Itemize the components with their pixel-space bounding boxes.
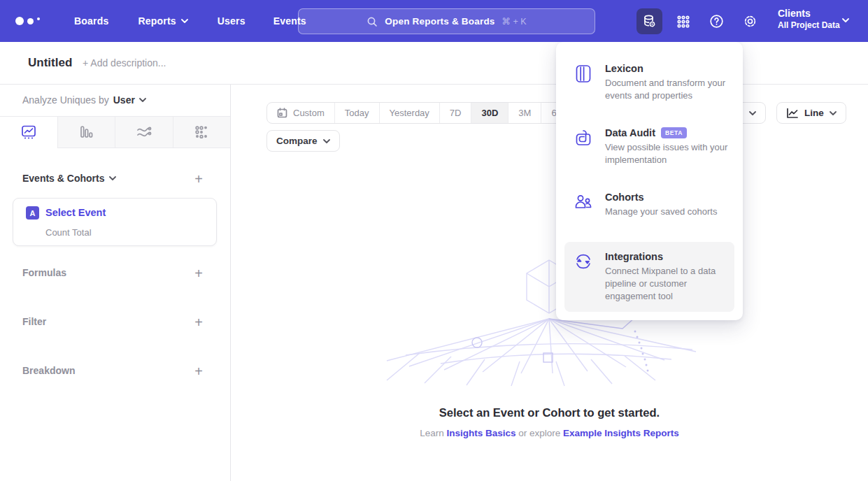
- org-name: Clients: [778, 8, 840, 19]
- beta-badge: BETA: [661, 127, 687, 138]
- search-icon: [367, 16, 378, 27]
- add-event-button[interactable]: +: [192, 173, 205, 185]
- dots-grid-icon: [194, 124, 209, 140]
- date-range-7d[interactable]: 7D: [439, 103, 471, 123]
- chevron-down-icon: [323, 139, 330, 143]
- menu-item-description: Connect Mixpanel to a data pipeline or c…: [605, 265, 729, 303]
- compare-button[interactable]: Compare: [266, 130, 340, 152]
- apps-grid-button[interactable]: [670, 8, 696, 34]
- menu-item-title: Data Audit: [605, 127, 655, 138]
- date-range-3m[interactable]: 3M: [508, 103, 541, 123]
- analyze-value: User: [113, 94, 135, 106]
- data-management-button[interactable]: [636, 8, 662, 34]
- empty-state-title: Select an Event or Cohort to get started…: [231, 406, 868, 419]
- line-chart-icon: [21, 124, 36, 140]
- chevron-down-icon: [181, 19, 188, 23]
- search-placeholder: Open Reports & Boards: [385, 16, 495, 27]
- example-reports-link[interactable]: Example Insights Reports: [563, 428, 679, 438]
- date-range-yesterday[interactable]: Yesterday: [379, 103, 439, 123]
- learn-prefix: Learn: [420, 428, 446, 438]
- menu-item-description: Document and transform your events and p…: [605, 77, 729, 102]
- top-nav: Boards Reports Users Events Open Reports…: [0, 0, 868, 42]
- bar-chart-icon: [78, 124, 94, 140]
- menu-item-data-audit[interactable]: Data Audit BETA View possible issues wit…: [556, 127, 743, 166]
- chevron-down-icon: [842, 18, 849, 22]
- chevron-down-icon: [109, 176, 116, 180]
- insights-basics-link[interactable]: Insights Basics: [446, 428, 515, 438]
- data-audit-icon: [574, 127, 594, 166]
- nav-item-users[interactable]: Users: [218, 15, 246, 27]
- lexicon-book-icon: [574, 63, 594, 102]
- menu-item-title: Cohorts: [605, 192, 644, 203]
- chevron-down-icon: [749, 111, 756, 115]
- events-cohorts-label: Events & Cohorts: [22, 173, 104, 184]
- add-formula-button[interactable]: +: [192, 267, 205, 280]
- analyze-uniques-selector[interactable]: Analyze Uniques by User: [22, 94, 146, 106]
- flow-chart-icon: [136, 124, 152, 140]
- query-sidebar: Analyze Uniques by User: [0, 85, 231, 481]
- event-letter-badge: A: [26, 206, 39, 220]
- search-shortcut: ⌘ + K: [502, 16, 527, 27]
- database-gear-icon: [642, 14, 657, 29]
- events-cohorts-header[interactable]: Events & Cohorts: [22, 173, 116, 184]
- chart-type-tabs: [0, 116, 230, 148]
- menu-item-description: View possible issues with your implement…: [605, 141, 729, 166]
- date-range-30d[interactable]: 30D: [471, 103, 508, 123]
- analyze-label: Analyze Uniques by: [22, 94, 109, 106]
- search-input[interactable]: Open Reports & Boards ⌘ + K: [298, 8, 595, 34]
- select-event-button[interactable]: Select Event: [45, 207, 106, 218]
- filter-header: Filter: [22, 316, 46, 327]
- tab-metric-grid[interactable]: [173, 117, 231, 148]
- chart-type-label: Line: [804, 108, 824, 118]
- tab-stacked-chart[interactable]: [115, 117, 173, 148]
- tab-bar-chart[interactable]: [57, 117, 115, 148]
- date-range-custom[interactable]: Custom: [267, 103, 334, 123]
- formulas-header: Formulas: [22, 267, 66, 278]
- event-row[interactable]: A Select Event Count Total: [13, 198, 217, 246]
- compare-label: Compare: [276, 136, 318, 146]
- breakdown-header: Breakdown: [22, 365, 75, 376]
- date-range-today[interactable]: Today: [334, 103, 379, 123]
- event-metric-selector[interactable]: Count Total: [45, 227, 92, 238]
- tab-insights-line[interactable]: [0, 117, 57, 148]
- gear-icon: [743, 14, 757, 29]
- date-range-control: Custom Today Yesterday 7D 30D 3M 6M: [266, 102, 574, 124]
- chevron-down-icon: [830, 111, 837, 115]
- help-button[interactable]: [704, 8, 730, 34]
- menu-item-cohorts[interactable]: Cohorts Manage your saved cohorts: [556, 192, 743, 218]
- question-circle-icon: [709, 14, 724, 29]
- add-description-field[interactable]: + Add description...: [83, 57, 166, 69]
- project-name: All Project Data: [778, 20, 840, 30]
- menu-item-title: Integrations: [605, 251, 663, 262]
- nav-item-boards[interactable]: Boards: [74, 15, 108, 27]
- chart-area: Custom Today Yesterday 7D 30D 3M 6M Comp…: [231, 85, 868, 481]
- line-chart-icon: [786, 108, 799, 119]
- chevron-down-icon: [139, 98, 146, 102]
- nav-item-reports-label: Reports: [138, 15, 176, 27]
- nav-item-reports[interactable]: Reports: [138, 15, 187, 27]
- empty-state-subtitle: Learn Insights Basics or explore Example…: [231, 428, 868, 438]
- menu-item-title: Lexicon: [605, 63, 643, 74]
- menu-item-lexicon[interactable]: Lexicon Document and transform your even…: [556, 63, 743, 102]
- calendar-icon: [277, 108, 287, 118]
- menu-item-integrations[interactable]: Integrations Connect Mixpanel to a data …: [564, 242, 734, 312]
- date-range-custom-label: Custom: [293, 108, 325, 118]
- add-filter-button[interactable]: +: [192, 316, 205, 329]
- chart-type-dropdown[interactable]: Line: [776, 102, 846, 124]
- cohorts-people-icon: [574, 192, 594, 218]
- grid-dots-icon: [676, 15, 690, 29]
- add-breakdown-button[interactable]: +: [192, 365, 205, 378]
- report-title[interactable]: Untitled: [28, 56, 72, 70]
- settings-button[interactable]: [737, 8, 763, 34]
- or-explore-text: or explore: [515, 428, 563, 438]
- data-management-menu: Lexicon Document and transform your even…: [556, 42, 743, 320]
- menu-item-description: Manage your saved cohorts: [605, 206, 717, 218]
- project-selector[interactable]: Clients All Project Data: [778, 8, 840, 30]
- mixpanel-logo-icon[interactable]: [15, 17, 49, 25]
- integrations-sync-icon: [574, 251, 594, 303]
